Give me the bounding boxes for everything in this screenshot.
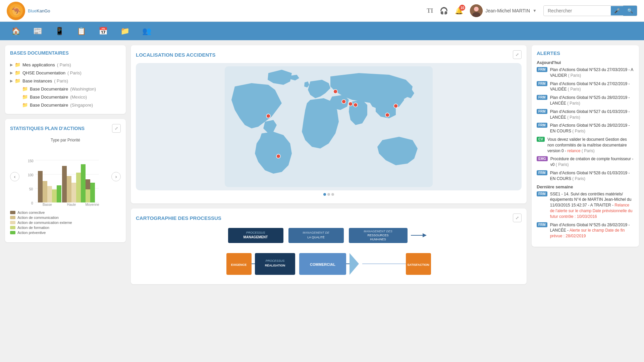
svg-point-38 — [394, 104, 398, 108]
last-week-label: Dernière semaine — [537, 184, 634, 189]
svg-text:HUMAINES: HUMAINES — [370, 238, 386, 241]
nav-home[interactable]: 🏠 — [7, 23, 25, 39]
list-item[interactable]: ▶ 📁 Base instances ( Paris) — [10, 77, 121, 85]
header-right: TI 🎧 🔔 10 Jean-Michel MARTIN ▼ 🎤 🔍 — [427, 4, 637, 17]
search-button[interactable]: 🔍 — [623, 6, 637, 16]
alert-text: Plan d'Actions Global N°527 du 01/03/201… — [550, 109, 634, 120]
user-name: Jean-Michel MARTIN — [485, 8, 530, 13]
alert-text: Plan d'Actions Global N°528 du 01/03/201… — [550, 170, 634, 182]
svg-text:100: 100 — [28, 173, 34, 177]
logo-kangaroo-icon: 🦘 — [7, 2, 25, 20]
carto-expand-button[interactable]: ⤢ — [513, 214, 522, 222]
svg-text:COMMERCIAL: COMMERCIAL — [310, 262, 335, 266]
nav-list[interactable]: 📋 — [72, 23, 91, 39]
next-button[interactable]: › — [111, 172, 121, 181]
folder-icon: 📁 — [22, 86, 28, 92]
svg-text:150: 150 — [28, 159, 34, 163]
prev-button[interactable]: ‹ — [10, 172, 19, 181]
svg-rect-14 — [38, 171, 43, 202]
mic-icon[interactable]: 🎤 — [611, 6, 623, 15]
search-input[interactable] — [544, 6, 611, 15]
logo-text: BlueKanGo — [28, 8, 50, 13]
legend-item: Action de communication externe — [10, 221, 121, 225]
nav-users[interactable]: 👥 — [138, 23, 156, 39]
alert-item: EMG Procédure de création de compte four… — [537, 156, 634, 168]
expand-button[interactable]: ⤢ — [112, 124, 121, 133]
svg-text:🦘: 🦘 — [11, 6, 21, 15]
main-content: BASES DOCUMENTAIRES ▶ 📁 Mes applications… — [0, 40, 644, 289]
doc-item-location: (Singapore) — [70, 103, 93, 108]
legend-label: Action préventive — [17, 231, 46, 235]
center-panel: LOCALISATION DES ACCIDENTS ⤢ — [131, 45, 527, 284]
doc-item-location: ( Paris) — [67, 70, 82, 75]
doc-item-label: QHSE Documentation — [22, 70, 65, 75]
chart-area: Type par Priorité ‹ 0 50 100 150 — [10, 136, 121, 237]
alert-badge-frm: FRM — [537, 191, 547, 196]
map-header: LOCALISATION DES ACCIDENTS ⤢ — [136, 50, 522, 59]
list-item[interactable]: ▶ 📁 Mes applications ( Paris) — [10, 61, 121, 69]
doc-bases-panel: BASES DOCUMENTAIRES ▶ 📁 Mes applications… — [5, 45, 126, 114]
alert-badge-frm: FRM — [537, 123, 547, 128]
svg-point-36 — [354, 103, 358, 107]
list-item[interactable]: 📁 Base Documentaire (Singapore) — [10, 101, 121, 109]
alert-badge-frm: FRM — [537, 109, 547, 114]
alert-badge-frm: FRM — [537, 67, 547, 72]
nav-tablet[interactable]: 📱 — [50, 23, 69, 39]
svg-rect-21 — [71, 183, 76, 202]
chevron-right-icon: ▶ — [10, 63, 13, 67]
typography-icon[interactable]: TI — [427, 7, 433, 14]
carto-container: PROCESSUS MANAGEMENT MANAGEMENT DE LA QU… — [136, 226, 522, 279]
svg-text:RESSOURCES: RESSOURCES — [367, 234, 388, 237]
alert-text: SSE1 - 14. Suivi des contrôles matériels… — [550, 191, 634, 220]
bar-chart: 0 50 100 150 — [21, 146, 110, 206]
legend-color-swatch — [10, 226, 15, 229]
alert-badge-frm: FRM — [537, 222, 547, 227]
alert-item: FRM SSE1 - 14. Suivi des contrôles matér… — [537, 191, 634, 220]
list-item[interactable]: 📁 Base Documentaire (Washington) — [10, 85, 121, 93]
svg-rect-16 — [47, 186, 52, 202]
doc-item-location: ( Paris) — [57, 62, 71, 67]
user-menu[interactable]: Jean-Michel MARTIN ▼ — [470, 4, 537, 17]
map-dot-indicator — [136, 190, 522, 198]
legend-color-swatch — [10, 216, 15, 219]
map-expand-button[interactable]: ⤢ — [513, 50, 522, 59]
legend-item: Action corrective — [10, 210, 121, 215]
alert-badge-frm: FRM — [537, 95, 547, 100]
chart-carousel: ‹ 0 50 100 150 — [10, 146, 121, 207]
svg-rect-22 — [76, 173, 81, 202]
svg-point-37 — [385, 113, 389, 117]
chart-legend: Action corrective Action de communicatio… — [10, 210, 121, 235]
alert-text: Plan d'Actions Global N°525 du 28/02/201… — [550, 222, 634, 239]
alert-item: FRM Plan d'Actions Global N°527 du 01/03… — [537, 109, 634, 120]
stats-title: STATISTIQUES PLAN D'ACTIONS — [10, 126, 85, 131]
alert-text: Vous devez valider le document Gestion d… — [547, 137, 634, 154]
alert-item: FRM Plan d'Actions Global N°525 du 28/02… — [537, 222, 634, 239]
left-panel: BASES DOCUMENTAIRES ▶ 📁 Mes applications… — [5, 45, 126, 284]
svg-rect-18 — [57, 185, 61, 202]
alert-text: Plan d'Actions Global N°524 du 27/02/201… — [550, 81, 634, 93]
alert-item: FRM Plan d'Actions Global N°523 du 27/03… — [537, 67, 634, 78]
svg-text:Haute: Haute — [67, 203, 76, 206]
svg-text:EXIGENCE: EXIGENCE — [231, 263, 247, 266]
svg-text:0: 0 — [31, 201, 33, 205]
notification-bell[interactable]: 🔔 10 — [455, 7, 463, 15]
svg-rect-19 — [62, 166, 67, 202]
map-container — [136, 63, 522, 190]
stats-panel: STATISTIQUES PLAN D'ACTIONS ⤢ Type par P… — [5, 119, 126, 242]
list-item[interactable]: 📁 Base Documentaire (Mexico) — [10, 93, 121, 101]
legend-item: Action de formation — [10, 226, 121, 230]
alert-item: FRM Plan d'Actions Global N°528 du 01/03… — [537, 170, 634, 182]
alert-badge-cv: CV — [537, 137, 545, 142]
alert-badge-emg: EMG — [537, 156, 548, 161]
nav-documents[interactable]: 📰 — [29, 23, 47, 39]
doc-item-label: Base Documentaire — [30, 86, 68, 92]
headset-icon[interactable]: 🎧 — [440, 7, 448, 15]
logo: 🦘 BlueKanGo — [7, 2, 50, 20]
legend-label: Action de communication — [17, 216, 59, 220]
nav-folder[interactable]: 📁 — [116, 23, 134, 39]
alert-item: FRM Plan d'Actions Global N°526 du 28/02… — [537, 123, 634, 134]
nav-calendar[interactable]: 📅 — [94, 23, 112, 39]
list-item[interactable]: ▶ 📁 QHSE Documentation ( Paris) — [10, 69, 121, 77]
svg-text:SATISFACTION: SATISFACTION — [407, 263, 429, 266]
alerts-panel: ALERTES Aujourd'hui FRM Plan d'Actions G… — [532, 45, 639, 247]
